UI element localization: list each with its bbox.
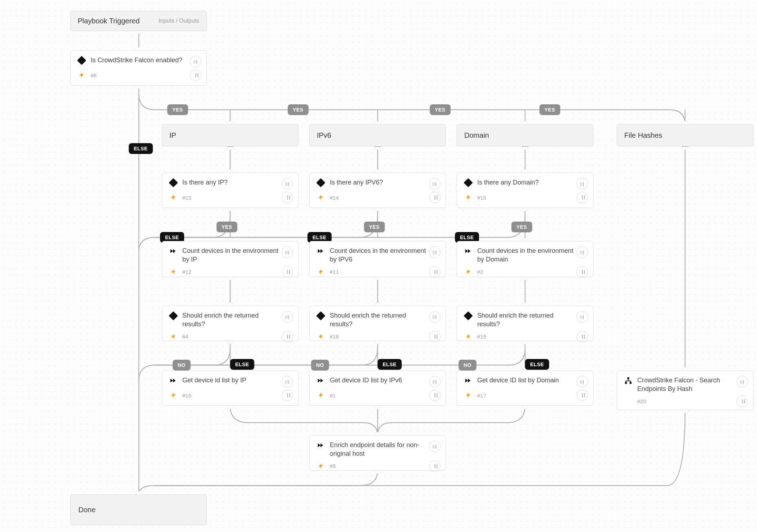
task-title: Should enrich the returned results?	[182, 311, 282, 329]
pause-icon[interactable]	[429, 192, 441, 203]
bolt-icon	[464, 193, 473, 202]
task-tag: #16	[182, 392, 282, 399]
task-title: Is there any IP?	[182, 178, 282, 187]
bolt-icon	[169, 332, 178, 341]
pause-icon[interactable]	[282, 192, 293, 203]
inputs-outputs-link[interactable]: Inputs / Outputs	[159, 18, 199, 24]
pause-icon[interactable]	[576, 266, 588, 278]
task-title: Is there any Domain?	[477, 178, 576, 187]
task-tag: #14	[330, 195, 429, 201]
task-is-there-any-ipv6[interactable]: Is there any IPV6? #14	[309, 173, 446, 208]
pause-icon[interactable]	[429, 390, 441, 401]
branch-yes: YES	[167, 104, 188, 115]
spacer	[624, 397, 633, 406]
task-tag: #19	[477, 333, 576, 340]
task-is-there-any-domain[interactable]: Is there any Domain? #15	[457, 173, 593, 208]
pause-icon[interactable]	[576, 192, 588, 203]
task-title: Enrich endpoint details for non-original…	[330, 441, 429, 458]
pause-icon[interactable]	[282, 331, 293, 342]
bolt-icon	[316, 332, 325, 341]
branch-no: NO	[311, 360, 329, 370]
run-skip-icon[interactable]	[282, 178, 293, 190]
pause-icon[interactable]	[190, 69, 201, 81]
task-should-enrich-ip[interactable]: Should enrich the returned results? #4	[162, 306, 298, 341]
svg-rect-3	[625, 382, 627, 384]
run-skip-icon[interactable]	[282, 246, 293, 258]
pause-icon[interactable]	[429, 331, 441, 342]
branch-no: NO	[173, 360, 191, 370]
chevrons-icon	[169, 376, 178, 385]
task-count-devices-ip[interactable]: Count devices in the environment by IP #…	[162, 241, 298, 277]
branch-yes: YES	[364, 222, 385, 232]
section-title: File Hashes	[624, 131, 746, 140]
pause-icon[interactable]	[576, 390, 588, 401]
bolt-icon	[169, 193, 178, 202]
subplaybook-icon	[624, 376, 633, 385]
chevrons-icon	[316, 246, 325, 256]
bolt-icon	[169, 391, 178, 400]
pause-icon[interactable]	[282, 390, 293, 401]
task-enrich-endpoint-details[interactable]: Enrich endpoint details for non-original…	[309, 435, 446, 470]
task-title: Is there any IPV6?	[330, 178, 429, 187]
node-title: Playbook Triggered	[78, 17, 159, 25]
pause-icon[interactable]	[282, 266, 293, 278]
task-title: Get device ID list by IPv6	[330, 376, 429, 385]
run-skip-icon[interactable]	[576, 246, 588, 258]
run-skip-icon[interactable]	[429, 311, 441, 323]
task-search-endpoints-by-hash[interactable]: CrowdStrike Falcon - Search Endpoints By…	[617, 370, 753, 410]
branch-else: ELSE	[129, 143, 153, 154]
section-domain[interactable]: Domain	[457, 124, 593, 146]
pause-icon[interactable]	[737, 396, 748, 407]
done-node[interactable]: Done	[70, 494, 207, 525]
task-tag: #6	[91, 72, 190, 78]
section-file-hashes[interactable]: File Hashes	[617, 124, 753, 146]
run-skip-icon[interactable]	[737, 376, 748, 387]
bolt-icon	[316, 193, 325, 202]
bolt-icon	[169, 267, 178, 277]
section-ip[interactable]: IP	[162, 124, 298, 146]
bolt-icon	[77, 71, 86, 80]
task-title: Count devices in the environment by IP	[182, 246, 282, 264]
task-tag: #15	[477, 195, 576, 201]
pause-icon[interactable]	[429, 460, 441, 472]
task-get-device-id-domain[interactable]: Get device ID list by Domain #17	[457, 370, 593, 406]
diamond-icon	[77, 56, 86, 65]
bolt-icon	[464, 391, 473, 400]
run-skip-icon[interactable]	[429, 246, 441, 258]
run-skip-icon[interactable]	[282, 311, 293, 323]
bolt-icon	[464, 267, 473, 277]
task-tag: #4	[182, 333, 282, 340]
task-get-device-id-ip[interactable]: Get device id list by IP #16	[162, 370, 298, 406]
section-ipv6[interactable]: IPv6	[309, 124, 446, 146]
run-skip-icon[interactable]	[190, 56, 201, 67]
run-skip-icon[interactable]	[429, 178, 441, 190]
task-title: Get device id list by IP	[182, 376, 282, 385]
playbook-triggered-node[interactable]: Playbook Triggered Inputs / Outputs	[70, 11, 207, 31]
pause-icon[interactable]	[576, 331, 588, 342]
task-is-crowdstrike-enabled[interactable]: Is CrowdStrike Falcon enabled? #6	[70, 50, 207, 86]
branch-yes: YES	[511, 222, 532, 232]
run-skip-icon[interactable]	[576, 376, 588, 387]
run-skip-icon[interactable]	[282, 376, 293, 387]
run-skip-icon[interactable]	[429, 376, 441, 387]
run-skip-icon[interactable]	[576, 178, 588, 190]
branch-yes: YES	[216, 222, 237, 232]
branch-else: ELSE	[525, 359, 549, 370]
task-should-enrich-domain[interactable]: Should enrich the returned results? #19	[457, 306, 593, 341]
branch-no: NO	[459, 360, 476, 370]
diamond-icon	[316, 311, 325, 320]
task-tag: #20	[637, 398, 737, 404]
run-skip-icon[interactable]	[429, 441, 441, 452]
bolt-icon	[464, 332, 473, 341]
chevrons-icon	[316, 441, 325, 450]
bolt-icon	[316, 267, 325, 277]
section-title: IP	[169, 131, 291, 140]
task-should-enrich-ipv6[interactable]: Should enrich the returned results? #18	[309, 306, 446, 341]
run-skip-icon[interactable]	[576, 311, 588, 323]
pause-icon[interactable]	[429, 266, 441, 278]
task-count-devices-domain[interactable]: Count devices in the environment by Doma…	[457, 241, 593, 277]
task-count-devices-ipv6[interactable]: Count devices in the environment by IPV6…	[309, 241, 446, 277]
task-is-there-any-ip[interactable]: Is there any IP? #13	[162, 173, 298, 208]
chevrons-icon	[464, 246, 473, 256]
task-get-device-id-ipv6[interactable]: Get device ID list by IPv6 #1	[309, 370, 446, 406]
